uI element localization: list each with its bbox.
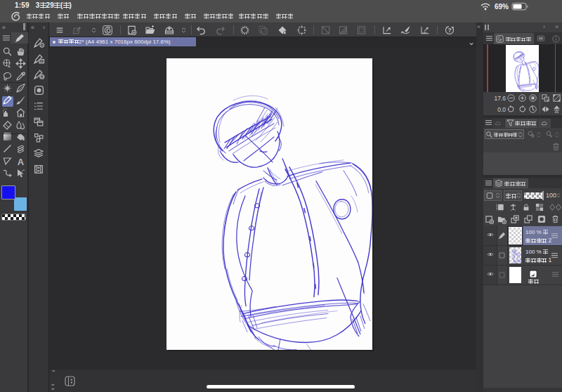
svg-text:A: A xyxy=(18,157,25,167)
svg-text:?: ? xyxy=(447,27,451,34)
svg-text:69%: 69% xyxy=(495,3,509,11)
